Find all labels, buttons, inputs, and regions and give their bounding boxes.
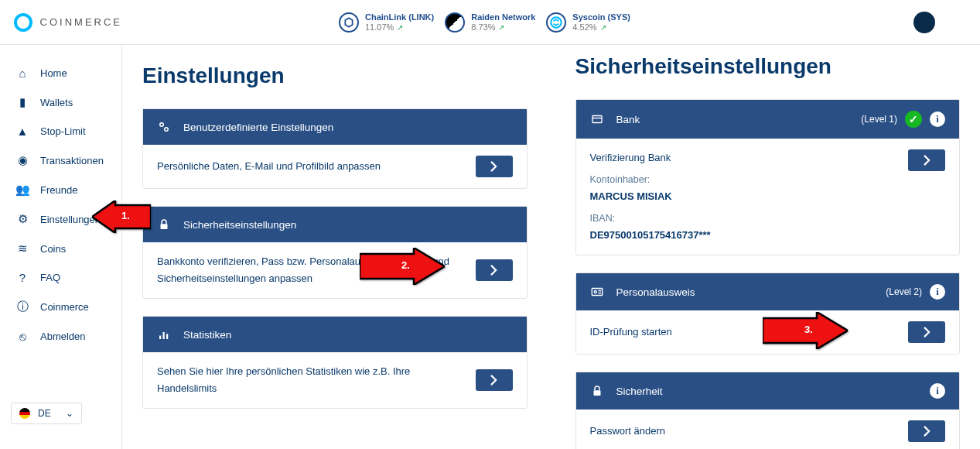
- avatar[interactable]: [913, 12, 935, 33]
- friends-icon: 👥: [15, 183, 29, 197]
- lock-icon: [157, 218, 171, 231]
- sidebar-item-home[interactable]: ⌂Home: [0, 59, 121, 87]
- svg-rect-4: [161, 224, 168, 229]
- go-custom-settings-button[interactable]: [476, 156, 513, 177]
- svg-rect-11: [593, 390, 600, 396]
- svg-marker-0: [345, 18, 352, 27]
- sidebar-item-transactions[interactable]: ◉Transaktionen: [0, 146, 121, 175]
- svg-point-3: [165, 128, 169, 132]
- sidebar-item-wallets[interactable]: ▮Wallets: [0, 87, 121, 117]
- sidebar-item-stoplimit[interactable]: ▲Stop-Limit: [0, 117, 121, 146]
- panel-security: Sicherheit i Passwort ändern: [575, 372, 961, 449]
- panel-security-settings: Sicherheitseinstellungen Bankkonto verif…: [142, 206, 528, 299]
- go-bank-button[interactable]: [908, 149, 945, 171]
- svg-point-1: [551, 17, 562, 27]
- alert-icon: ▲: [15, 125, 29, 138]
- logout-icon: ⎋: [15, 330, 29, 343]
- verified-check-icon: ✓: [905, 111, 922, 128]
- coins-icon: ≋: [15, 242, 29, 255]
- panel-bank: Bank (Level 1) ✓ i Verifizierung Bank Ko…: [575, 99, 961, 255]
- annotation-arrow-3: 3.: [763, 312, 848, 352]
- ticker-item[interactable]: Raiden Network8.73%↗: [445, 12, 535, 33]
- flag-de-icon: [19, 408, 30, 419]
- settings-column: Einstellungen Benutzerdefinierte Einstel…: [122, 45, 548, 449]
- info-icon[interactable]: i: [930, 111, 945, 127]
- syscoin-icon: [546, 12, 566, 33]
- faq-icon: ?: [15, 271, 29, 284]
- id-card-icon: [590, 285, 604, 299]
- chevron-down-icon: ⌄: [66, 408, 73, 419]
- brand-logo[interactable]: COINMERCE: [14, 13, 122, 32]
- annotation-arrow-2: 2.: [360, 248, 445, 288]
- ticker-item[interactable]: ChainLink (LINK)11.07%↗: [339, 12, 434, 33]
- bank-icon: [590, 112, 604, 126]
- chainlink-icon: [339, 12, 359, 33]
- info-icon[interactable]: i: [930, 383, 945, 399]
- ticker-bar: ChainLink (LINK)11.07%↗ Raiden Network8.…: [339, 12, 630, 33]
- go-change-password-button[interactable]: [908, 420, 945, 442]
- go-id-button[interactable]: [908, 321, 945, 343]
- ticker-item[interactable]: Syscoin (SYS)4.52%↗: [546, 12, 630, 33]
- sidebar-item-coinmerce[interactable]: ⓘCoinmerce: [0, 292, 121, 322]
- annotation-arrow-1: 1.: [92, 201, 151, 236]
- brand-name: COINMERCE: [40, 16, 122, 28]
- page-title: Einstellungen: [142, 63, 528, 88]
- home-icon: ⌂: [15, 67, 29, 80]
- go-security-settings-button[interactable]: [476, 259, 513, 281]
- lock-icon: [590, 384, 604, 398]
- go-statistics-button[interactable]: [476, 369, 513, 391]
- gear-icon: ⚙: [15, 212, 29, 226]
- sidebar: ⌂Home ▮Wallets ▲Stop-Limit ◉Transaktione…: [0, 45, 122, 449]
- sidebar-item-coins[interactable]: ≋Coins: [0, 234, 121, 263]
- trend-up-icon: ↗: [600, 22, 606, 33]
- page-title: Sicherheitseinstellungen: [575, 54, 961, 79]
- raiden-icon: [445, 12, 465, 33]
- trend-up-icon: ↗: [397, 22, 403, 33]
- svg-point-2: [160, 123, 164, 127]
- info-icon[interactable]: i: [930, 284, 945, 300]
- svg-rect-8: [592, 116, 602, 123]
- svg-rect-7: [166, 334, 168, 339]
- svg-point-10: [594, 291, 596, 293]
- panel-custom-settings: Benutzerdefinierte Einstellungen Persönl…: [142, 108, 528, 189]
- stats-icon: [157, 327, 171, 341]
- security-column: Sicherheitseinstellungen Bank (Level 1) …: [555, 45, 981, 449]
- trend-up-icon: ↗: [498, 22, 504, 33]
- gears-icon: [157, 120, 171, 134]
- panel-statistics: Statistiken Sehen Sie hier Ihre persönli…: [142, 316, 528, 409]
- wallet-icon: ▮: [15, 95, 29, 109]
- svg-rect-5: [159, 336, 161, 340]
- sidebar-item-faq[interactable]: ?FAQ: [0, 263, 121, 292]
- swap-icon: ◉: [15, 153, 29, 167]
- svg-rect-6: [163, 332, 165, 339]
- topbar: COINMERCE ChainLink (LINK)11.07%↗ Raiden…: [0, 0, 980, 45]
- svg-rect-9: [592, 289, 603, 296]
- logo-icon: [14, 13, 32, 32]
- sidebar-item-logout[interactable]: ⎋Abmelden: [0, 322, 121, 351]
- info-icon: ⓘ: [15, 300, 29, 314]
- language-selector[interactable]: DE⌄: [11, 403, 82, 424]
